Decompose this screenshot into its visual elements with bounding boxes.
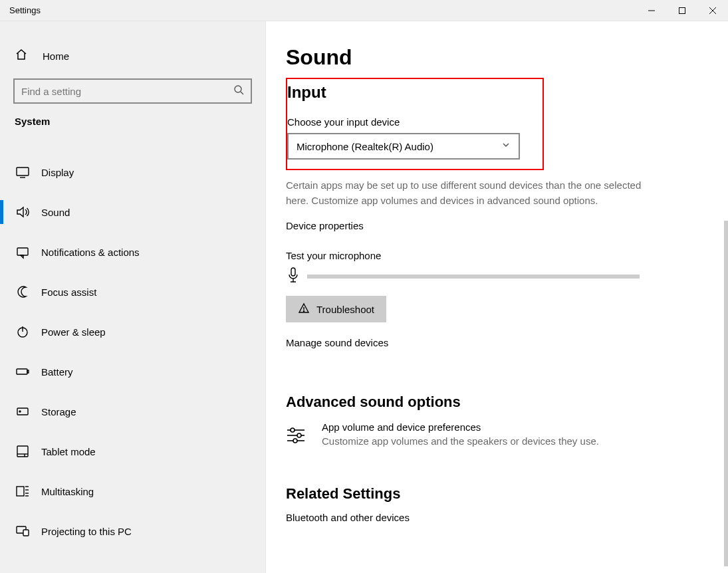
svg-line-5 bbox=[241, 92, 243, 94]
sidebar-item-multitask[interactable]: Multitasking bbox=[0, 471, 265, 511]
content-area: Sound Input Choose your input device Mic… bbox=[266, 21, 728, 573]
scrollbar[interactable] bbox=[724, 221, 728, 566]
title-bar: Settings bbox=[0, 0, 728, 21]
input-hint-text: Certain apps may be set up to use differ… bbox=[286, 178, 658, 208]
related-heading: Related Settings bbox=[286, 485, 708, 503]
window-title: Settings bbox=[0, 5, 41, 15]
input-device-label: Choose your input device bbox=[287, 116, 536, 128]
sidebar-item-sound[interactable]: Sound bbox=[0, 192, 265, 232]
svg-rect-1 bbox=[679, 7, 685, 13]
search-field[interactable] bbox=[21, 86, 233, 97]
sliders-icon bbox=[286, 421, 312, 448]
sidebar-item-label: Notifications & actions bbox=[41, 247, 140, 258]
advanced-heading: Advanced sound options bbox=[286, 394, 708, 411]
svg-rect-17 bbox=[17, 446, 28, 457]
svg-rect-26 bbox=[23, 530, 29, 536]
tablet-icon bbox=[15, 443, 31, 459]
warning-icon bbox=[298, 302, 310, 316]
close-button[interactable] bbox=[697, 0, 728, 21]
chevron-down-icon bbox=[501, 140, 511, 152]
sidebar-section-title: System bbox=[0, 116, 265, 127]
svg-marker-10 bbox=[21, 255, 23, 258]
sidebar-item-tablet[interactable]: Tablet mode bbox=[0, 431, 265, 471]
minimize-button[interactable] bbox=[636, 0, 667, 21]
sound-icon bbox=[15, 204, 31, 220]
sidebar-item-label: Projecting to this PC bbox=[41, 526, 132, 537]
manage-sound-devices-link[interactable]: Manage sound devices bbox=[286, 337, 388, 348]
troubleshoot-button[interactable]: Troubleshoot bbox=[286, 296, 386, 322]
home-icon bbox=[15, 48, 28, 64]
sidebar: Home System DisplaySoundNotifications & … bbox=[0, 21, 266, 573]
svg-point-32 bbox=[291, 428, 295, 432]
sidebar-item-label: Battery bbox=[41, 366, 73, 378]
sidebar-item-display[interactable]: Display bbox=[0, 152, 265, 192]
sidebar-item-label: Storage bbox=[41, 406, 76, 417]
mic-level-bar bbox=[307, 275, 640, 279]
sidebar-item-label: Sound bbox=[41, 207, 70, 218]
device-properties-link[interactable]: Device properties bbox=[286, 220, 364, 231]
bluetooth-link[interactable]: Bluetooth and other devices bbox=[286, 512, 410, 523]
maximize-button[interactable] bbox=[667, 0, 697, 21]
sidebar-item-notify[interactable]: Notifications & actions bbox=[0, 232, 265, 272]
app-volume-row[interactable]: App volume and device preferences Custom… bbox=[286, 421, 708, 448]
microphone-icon bbox=[286, 267, 301, 286]
focus-icon bbox=[15, 284, 31, 300]
sidebar-item-label: Display bbox=[41, 167, 74, 178]
svg-rect-13 bbox=[17, 369, 27, 374]
search-input[interactable] bbox=[13, 78, 252, 104]
svg-marker-8 bbox=[17, 207, 23, 217]
sidebar-item-label: Multitasking bbox=[41, 486, 94, 497]
test-mic-label: Test your microphone bbox=[286, 250, 708, 261]
input-highlight-box: Input Choose your input device Microphon… bbox=[286, 78, 544, 170]
storage-icon bbox=[15, 403, 31, 419]
svg-point-30 bbox=[303, 310, 304, 311]
svg-rect-9 bbox=[17, 248, 28, 255]
sidebar-item-project[interactable]: Projecting to this PC bbox=[0, 511, 265, 551]
sidebar-item-focus[interactable]: Focus assist bbox=[0, 272, 265, 312]
input-device-value: Microphone (Realtek(R) Audio) bbox=[297, 141, 433, 152]
troubleshoot-label: Troubleshoot bbox=[316, 304, 374, 315]
input-heading: Input bbox=[287, 83, 536, 102]
svg-rect-27 bbox=[291, 268, 295, 276]
sidebar-home-label: Home bbox=[43, 51, 69, 62]
svg-rect-6 bbox=[17, 168, 29, 175]
svg-rect-14 bbox=[27, 370, 29, 373]
search-icon bbox=[233, 84, 244, 98]
mic-test-row bbox=[286, 267, 708, 286]
input-device-dropdown[interactable]: Microphone (Realtek(R) Audio) bbox=[287, 133, 520, 160]
page-title: Sound bbox=[286, 45, 708, 70]
notify-icon bbox=[15, 244, 31, 260]
svg-rect-20 bbox=[17, 487, 24, 496]
sidebar-item-label: Focus assist bbox=[41, 286, 96, 298]
svg-point-4 bbox=[235, 86, 241, 92]
sidebar-home[interactable]: Home bbox=[0, 43, 265, 69]
app-volume-title: App volume and device preferences bbox=[322, 421, 599, 433]
sidebar-item-battery[interactable]: Battery bbox=[0, 352, 265, 392]
svg-point-36 bbox=[293, 439, 297, 443]
display-icon bbox=[15, 164, 31, 180]
sidebar-item-label: Tablet mode bbox=[41, 446, 96, 457]
multitask-icon bbox=[15, 483, 31, 499]
battery-icon bbox=[15, 364, 31, 380]
svg-point-34 bbox=[297, 433, 301, 437]
svg-point-16 bbox=[19, 411, 21, 412]
sidebar-item-power[interactable]: Power & sleep bbox=[0, 312, 265, 352]
app-volume-desc: Customize app volumes and the speakers o… bbox=[322, 435, 599, 447]
sidebar-item-storage[interactable]: Storage bbox=[0, 392, 265, 431]
power-icon bbox=[15, 324, 31, 340]
project-icon bbox=[15, 523, 31, 539]
sidebar-item-label: Power & sleep bbox=[41, 326, 106, 338]
